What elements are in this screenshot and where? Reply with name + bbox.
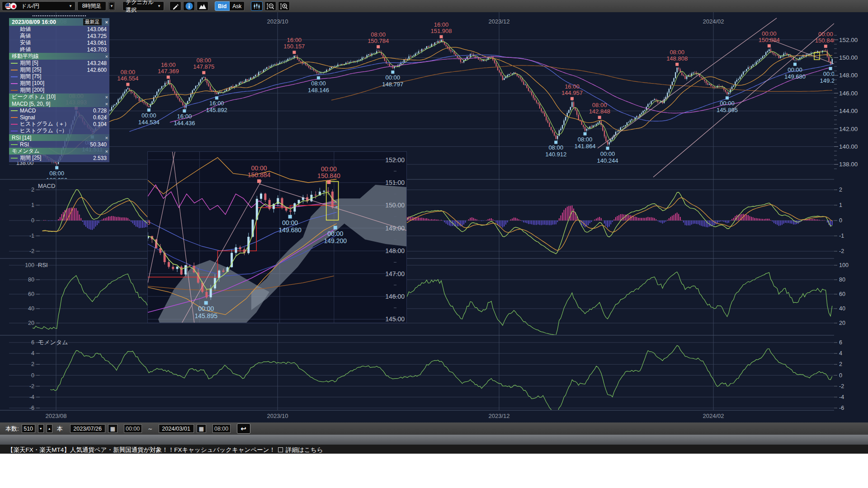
main-chart[interactable]: 2023/082023/102023/122024/022023/082023/…: [0, 0, 868, 422]
legend-value: 0.104: [93, 121, 107, 127]
svg-text:147.00: 147.00: [385, 270, 405, 277]
svg-text:144.436: 144.436: [174, 120, 195, 127]
svg-text:144.957: 144.957: [561, 89, 583, 96]
from-time-input[interactable]: 00:00: [124, 424, 142, 433]
timeframe-select[interactable]: 8時間足: [77, 1, 106, 11]
section-title: MACD [5, 20, 9]: [12, 101, 50, 107]
close-icon[interactable]: ×: [105, 101, 108, 107]
svg-text:140.912: 140.912: [545, 151, 566, 158]
svg-text:00:00: 00:00: [142, 112, 156, 119]
zoom-in-icon: [280, 3, 288, 10]
calendar-icon: ▦: [198, 426, 203, 432]
ohlc-value: 143.064: [87, 26, 107, 33]
svg-text:151.908: 151.908: [430, 28, 452, 34]
data-window-panel[interactable]: 2023/08/09 16:00 最新足 × 始値143.064高値143.72…: [9, 18, 109, 162]
chart-style-button[interactable]: [197, 1, 208, 11]
close-icon[interactable]: ×: [105, 149, 108, 154]
info-icon: [185, 2, 193, 10]
inset-chart[interactable]: 08:00148.80800:00150.88400:00150.84000:0…: [147, 151, 407, 323]
svg-text:2023/10: 2023/10: [267, 413, 288, 419]
count-increment-button[interactable]: ▲: [47, 424, 52, 433]
svg-text:-4: -4: [839, 394, 844, 400]
legend-swatch-icon: [11, 131, 18, 131]
ask-button[interactable]: Ask: [230, 1, 245, 11]
svg-text:146.00: 146.00: [839, 90, 858, 97]
to-date-calendar-button[interactable]: ▦: [197, 424, 206, 433]
svg-text:140.244: 140.244: [597, 157, 618, 164]
draw-tool-button[interactable]: [170, 1, 181, 11]
legend-value: 0.728: [93, 108, 107, 114]
campaign-banner[interactable]: 【楽天FX・楽天MT4】人気通貨ペア・新興国通貨が対象！！FXキャッシュバックキ…: [0, 445, 868, 454]
svg-text:150.840: 150.840: [317, 172, 340, 179]
close-icon[interactable]: ×: [105, 94, 108, 100]
legend-value: 142.600: [87, 67, 107, 73]
svg-text:150.884: 150.884: [248, 171, 271, 178]
bar-count-label: 本数:: [5, 425, 19, 433]
banner-link[interactable]: 詳細はこちら: [286, 446, 323, 454]
svg-text:144.534: 144.534: [138, 119, 160, 126]
mountain-icon: [198, 3, 207, 9]
svg-text:4: 4: [31, 350, 34, 357]
to-date-input[interactable]: 2024/03/01: [159, 424, 194, 433]
timeframe-dropdown-button[interactable]: ▼: [108, 1, 115, 11]
close-icon[interactable]: ×: [105, 19, 108, 25]
from-date-input[interactable]: 2023/07/26: [70, 424, 105, 433]
status-strip: [0, 435, 868, 445]
svg-text:08:00: 08:00: [49, 170, 64, 177]
svg-text:100: 100: [25, 262, 34, 268]
legend-value: 0.624: [93, 114, 107, 121]
svg-text:16:00: 16:00: [287, 37, 302, 43]
bid-button[interactable]: Bid: [215, 1, 230, 11]
data-window-body: 始値143.064高値143.725安値143.061終値143.703移動平均…: [9, 26, 109, 161]
from-date-calendar-button[interactable]: ▦: [108, 424, 118, 433]
svg-text:00:00: 00:00: [788, 66, 802, 73]
svg-text:-2: -2: [29, 248, 34, 254]
legend-label: Signal: [20, 114, 35, 121]
svg-text:149.680: 149.680: [784, 73, 806, 80]
svg-text:00:00: 00:00: [762, 30, 777, 37]
indicator-section-header: ピークボトム [10]×: [9, 94, 109, 100]
svg-text:100: 100: [839, 262, 849, 268]
zoom-in-button[interactable]: [278, 1, 290, 11]
reset-icon: ↩: [241, 425, 246, 433]
svg-text:16:00: 16:00: [161, 61, 176, 68]
close-icon[interactable]: ×: [105, 135, 108, 141]
svg-text:-2: -2: [839, 383, 844, 389]
zoom-out-button[interactable]: [264, 1, 276, 11]
candlestick-zoom-icon: [253, 3, 261, 9]
range-toolbar: 本数: 510 ▼ ▲ 本 2023/07/26 ▦ 00:00 ～ 2024/…: [0, 422, 868, 435]
legend-label: 期間 [25]: [20, 154, 41, 162]
info-button[interactable]: [183, 1, 195, 11]
svg-text:150.884: 150.884: [759, 37, 780, 43]
svg-text:145.895: 145.895: [717, 107, 738, 113]
ohlc-row: 高値143.725: [9, 33, 109, 39]
latest-bar-badge: 最新足: [83, 19, 102, 25]
svg-text:08:00: 08:00: [548, 144, 563, 151]
svg-text:6: 6: [31, 339, 34, 346]
svg-text:00:00: 00:00: [251, 164, 267, 172]
drag-handle-icon[interactable]: [32, 15, 86, 17]
candle-zoom-button[interactable]: [251, 1, 263, 11]
svg-text:-4: -4: [29, 394, 34, 400]
spin-up-icon: ▲: [48, 427, 51, 430]
svg-text:2023/10: 2023/10: [267, 18, 288, 25]
bar-count-input[interactable]: 510: [22, 424, 35, 433]
svg-text:148.808: 148.808: [666, 55, 688, 62]
svg-text:00:00: 00:00: [818, 31, 833, 38]
to-time-input[interactable]: 08:00: [212, 424, 231, 433]
top-toolbar: ドル/円 ▼ 8時間足 ▼ テクニカル選択 ▼ Bid Ask: [0, 0, 868, 12]
currency-pair-select[interactable]: ドル/円 ▼: [2, 1, 75, 11]
svg-text:08:00: 08:00: [121, 69, 136, 75]
svg-text:00:00: 00:00: [327, 230, 343, 237]
svg-text:142.848: 142.848: [589, 108, 610, 115]
svg-text:140.00: 140.00: [839, 143, 858, 150]
ohlc-row: 安値143.061: [9, 39, 109, 46]
technical-select-button[interactable]: テクニカル選択 ▼: [123, 1, 164, 11]
legend-row: RSI50.340: [9, 141, 109, 148]
svg-text:149.680: 149.680: [278, 226, 302, 234]
count-decrement-button[interactable]: ▼: [38, 424, 44, 433]
reset-range-button[interactable]: ↩: [237, 423, 250, 434]
close-icon[interactable]: ×: [105, 54, 108, 59]
legend-row: 期間 [5]143.248: [9, 60, 109, 66]
legend-swatch-icon: [11, 110, 18, 111]
